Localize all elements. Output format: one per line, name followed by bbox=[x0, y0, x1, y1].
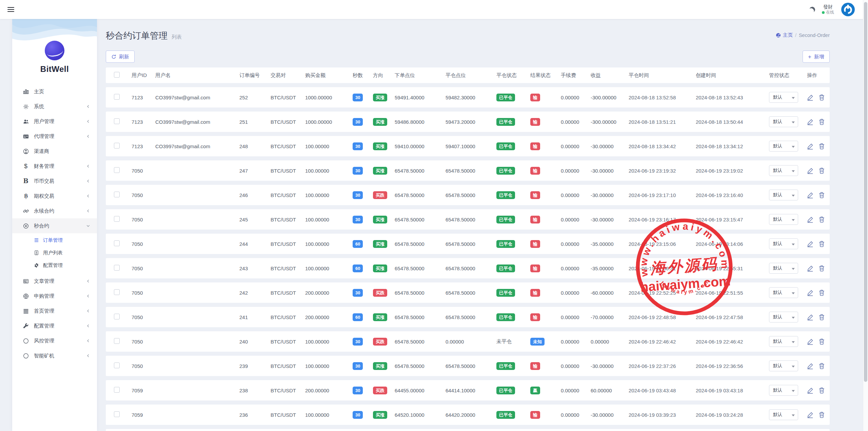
add-button[interactable]: + 新增 bbox=[803, 51, 830, 63]
row-checkbox[interactable] bbox=[114, 143, 120, 149]
delete-button[interactable] bbox=[818, 387, 825, 394]
refresh-button[interactable]: 刷新 bbox=[106, 51, 135, 63]
cell-amount: 100.00000 bbox=[305, 339, 353, 345]
control-status-select[interactable]: 默认 bbox=[769, 141, 798, 152]
delete-button[interactable] bbox=[818, 265, 825, 272]
edit-button[interactable] bbox=[807, 168, 813, 174]
delete-button[interactable] bbox=[818, 168, 825, 174]
control-status-select[interactable]: 默认 bbox=[769, 238, 798, 249]
row-checkbox[interactable] bbox=[114, 240, 120, 246]
sidebar-item-渠道商[interactable]: 渠道商 bbox=[12, 144, 97, 159]
edit-button[interactable] bbox=[807, 192, 813, 198]
cell-order-no: 240 bbox=[239, 339, 271, 345]
sidebar-item-代理管理[interactable]: 代理管理 bbox=[12, 129, 97, 144]
sidebar-item-永续合约[interactable]: 永续合约 bbox=[12, 203, 97, 218]
edit-button[interactable] bbox=[807, 387, 813, 394]
row-checkbox[interactable] bbox=[114, 338, 120, 344]
row-checkbox[interactable] bbox=[114, 289, 120, 295]
cell-pair: BTC/USDT bbox=[271, 143, 305, 149]
edit-button[interactable] bbox=[807, 314, 813, 320]
edit-button[interactable] bbox=[807, 290, 813, 296]
sidebar-subitem-用户列表[interactable]: 用户列表 bbox=[12, 247, 97, 259]
sidebar-item-风控管理[interactable]: 风控管理 bbox=[12, 333, 97, 348]
edit-button[interactable] bbox=[807, 119, 813, 125]
control-status-select[interactable]: 默认 bbox=[769, 116, 798, 127]
control-status-select[interactable]: 默认 bbox=[769, 165, 798, 176]
sidebar-item-申购管理[interactable]: 申购管理 bbox=[12, 289, 97, 303]
sidebar-item-配置管理[interactable]: 配置管理 bbox=[12, 318, 97, 333]
delete-button[interactable] bbox=[818, 314, 825, 320]
delete-button[interactable] bbox=[818, 216, 825, 223]
edit-button[interactable] bbox=[807, 216, 813, 223]
page-title: 秒合约订单管理 bbox=[106, 30, 167, 42]
edit-button[interactable] bbox=[807, 338, 813, 345]
direction-badge: 买跌 bbox=[373, 387, 387, 394]
row-checkbox[interactable] bbox=[114, 363, 120, 368]
breadcrumb-home-link[interactable]: 主页 bbox=[776, 32, 793, 38]
edit-button[interactable] bbox=[807, 241, 813, 247]
control-status-select[interactable]: 默认 bbox=[769, 92, 798, 103]
control-status-select[interactable]: 默认 bbox=[769, 312, 798, 322]
delete-button[interactable] bbox=[818, 338, 825, 345]
row-checkbox[interactable] bbox=[114, 387, 120, 393]
row-checkbox[interactable] bbox=[114, 94, 120, 100]
direction-badge: 买跌 bbox=[373, 289, 387, 297]
menu-toggle-icon[interactable] bbox=[7, 7, 14, 12]
control-status-select[interactable]: 默认 bbox=[769, 287, 798, 298]
sidebar-item-文章管理[interactable]: 文章管理 bbox=[12, 274, 97, 289]
sidebar-item-币币交易[interactable]: B币币交易 bbox=[12, 174, 97, 189]
delete-button[interactable] bbox=[818, 290, 825, 296]
delete-button[interactable] bbox=[818, 119, 825, 125]
page-scrollbar[interactable] bbox=[863, 0, 868, 431]
delete-button[interactable] bbox=[818, 412, 825, 418]
row-checkbox[interactable] bbox=[114, 314, 120, 319]
control-status-select[interactable]: 默认 bbox=[769, 385, 798, 396]
cell-close-time: 2024-06-19 23:16:17 bbox=[629, 217, 696, 222]
row-checkbox[interactable] bbox=[114, 118, 120, 124]
delete-button[interactable] bbox=[818, 143, 825, 150]
delete-button[interactable] bbox=[818, 241, 825, 247]
row-checkbox[interactable] bbox=[114, 192, 120, 197]
cell-open-point: 65478.50000 bbox=[395, 168, 446, 174]
delete-button[interactable] bbox=[818, 363, 825, 369]
cell-order-no: 246 bbox=[239, 192, 271, 198]
sidebar-item-秒合约[interactable]: 秒合约 bbox=[12, 218, 97, 233]
delete-button[interactable] bbox=[818, 192, 825, 198]
control-status-select[interactable]: 默认 bbox=[769, 360, 798, 371]
row-checkbox[interactable] bbox=[114, 167, 120, 173]
edit-button[interactable] bbox=[807, 265, 813, 272]
cell-amount: 100.00000 bbox=[305, 192, 353, 198]
row-checkbox[interactable] bbox=[114, 216, 120, 222]
control-status-select[interactable]: 默认 bbox=[769, 409, 798, 420]
dark-mode-toggle-icon[interactable] bbox=[809, 6, 816, 13]
cell-profit: -30.00000 bbox=[591, 168, 629, 174]
sidebar-subitem-配置管理[interactable]: 配置管理 bbox=[12, 259, 97, 272]
edit-button[interactable] bbox=[807, 143, 813, 150]
select-all-checkbox[interactable] bbox=[114, 72, 120, 78]
row-checkbox[interactable] bbox=[114, 411, 120, 417]
sidebar-item-期权交易[interactable]: B期权交易 bbox=[12, 189, 97, 203]
scrollbar-thumb[interactable] bbox=[864, 2, 867, 382]
sidebar-item-智能矿机[interactable]: 智能矿机 bbox=[12, 348, 97, 363]
control-status-select[interactable]: 默认 bbox=[769, 263, 798, 274]
sidebar-subitem-订单管理[interactable]: 订单管理 bbox=[12, 234, 97, 247]
row-checkbox[interactable] bbox=[114, 265, 120, 271]
control-status-select[interactable]: 默认 bbox=[769, 214, 798, 225]
sidebar-item-财务管理[interactable]: $财务管理 bbox=[12, 159, 97, 174]
edit-button[interactable] bbox=[807, 412, 813, 418]
sidebar-item-主页[interactable]: 主页 bbox=[12, 84, 97, 99]
sidebar-item-首页管理[interactable]: 首页管理 bbox=[12, 303, 97, 318]
sidebar-item-用户管理[interactable]: 用户管理 bbox=[12, 114, 97, 129]
control-status-select[interactable]: 默认 bbox=[769, 190, 798, 200]
control-status-value: 默认 bbox=[773, 363, 782, 369]
sidebar-item-系统[interactable]: 系统 bbox=[12, 99, 97, 114]
avatar[interactable] bbox=[841, 2, 855, 17]
edit-button[interactable] bbox=[807, 94, 813, 101]
control-status-select[interactable]: 默认 bbox=[769, 336, 798, 347]
chevron-left-icon bbox=[86, 324, 90, 328]
caret-down-icon bbox=[792, 339, 795, 344]
delete-button[interactable] bbox=[818, 94, 825, 101]
cell-close-time: 2024-08-18 13:52:58 bbox=[629, 95, 696, 100]
sidebar-item-label: 系统 bbox=[34, 103, 86, 110]
edit-button[interactable] bbox=[807, 363, 813, 369]
